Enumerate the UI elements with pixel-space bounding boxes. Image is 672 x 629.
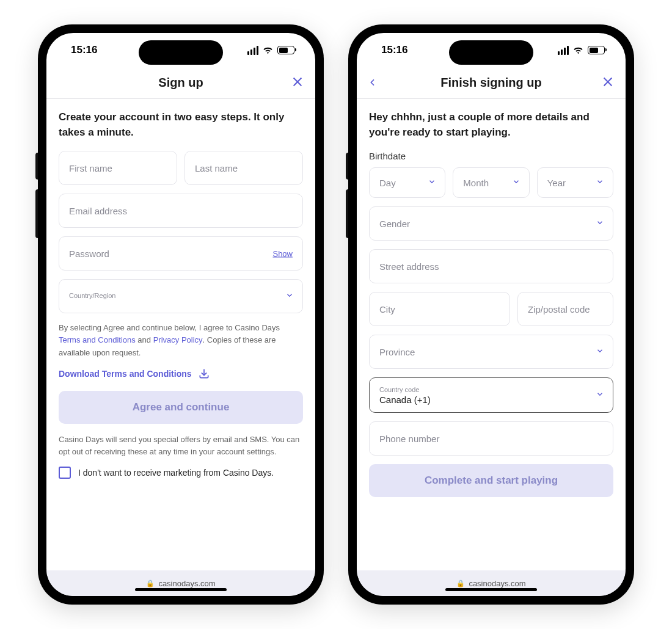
password-placeholder: Password — [69, 249, 109, 259]
first-name-placeholder: First name — [69, 163, 112, 173]
chevron-down-icon — [596, 390, 604, 401]
close-button[interactable] — [601, 75, 615, 91]
phone-placeholder: Phone number — [379, 434, 439, 444]
email-placeholder: Email address — [69, 206, 127, 216]
intro-text: Hey chhhn, just a couple of more details… — [369, 110, 613, 140]
back-button[interactable] — [368, 75, 378, 91]
status-icons — [247, 46, 294, 55]
chevron-down-icon — [285, 291, 294, 302]
street-field[interactable]: Street address — [369, 249, 613, 283]
close-button[interactable] — [291, 75, 304, 91]
home-indicator[interactable] — [445, 588, 537, 591]
download-icon — [198, 368, 210, 380]
country-code-value: Canada (+1) — [379, 394, 431, 405]
chevron-down-icon — [596, 219, 604, 229]
password-field[interactable]: Password Show — [59, 236, 303, 271]
agree-continue-button[interactable]: Agree and continue — [59, 391, 303, 424]
city-placeholder: City — [379, 304, 395, 314]
browser-domain: casinodays.com — [469, 579, 525, 588]
phone-frame-2: 15:16 Finish signing up Hey chhhn, just … — [348, 24, 634, 605]
form-content: Hey chhhn, just a couple of more details… — [357, 99, 626, 570]
cellular-icon — [558, 46, 569, 55]
status-icons — [558, 46, 605, 55]
first-name-field[interactable]: First name — [59, 151, 177, 185]
screen-1: 15:16 Sign up Create your account in two… — [46, 33, 315, 596]
country-label: Country/Region — [69, 292, 115, 299]
year-placeholder: Year — [547, 178, 566, 188]
street-placeholder: Street address — [379, 261, 439, 272]
city-field[interactable]: City — [369, 292, 510, 326]
month-select[interactable]: Month — [453, 167, 529, 198]
page-title: Finish signing up — [440, 76, 542, 90]
zip-field[interactable]: Zip/postal code — [517, 292, 613, 326]
province-placeholder: Province — [379, 347, 415, 357]
dynamic-island — [449, 40, 533, 65]
browser-domain: casinodays.com — [158, 579, 215, 588]
province-select[interactable]: Province — [369, 335, 613, 369]
form-content: Create your account in two easy steps. I… — [46, 99, 315, 570]
last-name-placeholder: Last name — [195, 163, 238, 173]
legal-text: By selecting Agree and continue below, I… — [59, 322, 303, 358]
chevron-down-icon — [596, 178, 604, 188]
zip-placeholder: Zip/postal code — [528, 304, 590, 314]
wifi-icon — [262, 46, 274, 54]
home-indicator[interactable] — [135, 588, 227, 591]
close-icon — [601, 75, 615, 89]
phone-field[interactable]: Phone number — [369, 421, 613, 456]
complete-button[interactable]: Complete and start playing — [369, 464, 613, 497]
marketing-optout-row: I don't want to receive marketing from C… — [59, 467, 303, 479]
country-code-label: Country code — [379, 386, 419, 393]
cellular-icon — [247, 46, 258, 55]
close-icon — [291, 75, 304, 89]
screen-2: 15:16 Finish signing up Hey chhhn, just … — [357, 33, 626, 596]
wifi-icon — [572, 46, 584, 54]
country-select[interactable]: Country/Region — [59, 279, 303, 313]
nav-bar: Sign up — [46, 67, 315, 99]
chevron-down-icon — [428, 178, 436, 188]
day-placeholder: Day — [379, 178, 396, 188]
email-field[interactable]: Email address — [59, 194, 303, 228]
terms-link[interactable]: Terms and Conditions — [59, 335, 136, 344]
birthdate-label: Birthdate — [369, 151, 613, 161]
last-name-field[interactable]: Last name — [184, 151, 303, 185]
marketing-optout-label: I don't want to receive marketing from C… — [78, 468, 274, 478]
marketing-opt-text: Casino Days will send you special offers… — [59, 434, 303, 458]
nav-bar: Finish signing up — [357, 67, 626, 99]
month-placeholder: Month — [463, 178, 489, 188]
page-title: Sign up — [158, 76, 203, 90]
phone-frame-1: 15:16 Sign up Create your account in two… — [38, 24, 324, 605]
lock-icon: 🔒 — [146, 580, 155, 587]
privacy-link[interactable]: Privacy Policy — [153, 335, 203, 344]
status-time: 15:16 — [71, 44, 97, 56]
marketing-optout-checkbox[interactable] — [59, 467, 71, 479]
chevron-down-icon — [596, 347, 604, 357]
lock-icon: 🔒 — [456, 580, 465, 587]
country-code-select[interactable]: Country code Canada (+1) — [369, 377, 613, 413]
status-time: 15:16 — [381, 44, 407, 56]
intro-text: Create your account in two easy steps. I… — [59, 110, 303, 140]
dynamic-island — [139, 40, 223, 65]
chevron-left-icon — [368, 78, 378, 87]
battery-icon — [588, 46, 605, 54]
battery-icon — [277, 46, 294, 54]
gender-select[interactable]: Gender — [369, 206, 613, 241]
show-password-link[interactable]: Show — [272, 249, 293, 258]
browser-bar: 🔒 casinodays.com — [46, 570, 315, 596]
gender-placeholder: Gender — [379, 219, 410, 229]
day-select[interactable]: Day — [369, 167, 445, 198]
download-terms-link[interactable]: Download Terms and Conditions — [59, 368, 303, 380]
browser-bar: 🔒 casinodays.com — [357, 570, 626, 596]
chevron-down-icon — [512, 178, 520, 188]
year-select[interactable]: Year — [537, 167, 613, 198]
download-terms-label: Download Terms and Conditions — [59, 369, 192, 379]
